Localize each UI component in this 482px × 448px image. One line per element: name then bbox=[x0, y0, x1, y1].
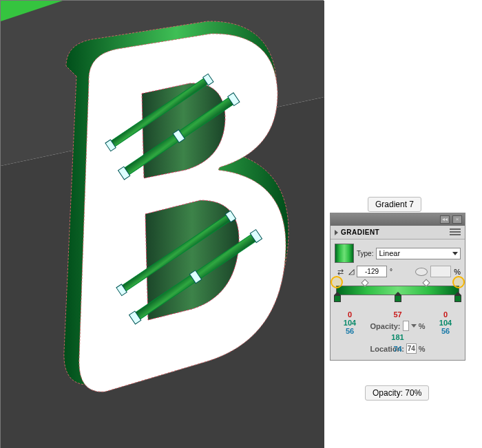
panel-close-button[interactable]: × bbox=[452, 215, 462, 224]
aspect-ratio-input[interactable] bbox=[430, 266, 451, 277]
gradient-stop-mid[interactable] bbox=[394, 295, 402, 304]
panel-title: GRADIENT bbox=[341, 228, 379, 236]
stop-mid-r: 57 bbox=[370, 310, 426, 319]
stop-right-b: 56 bbox=[432, 327, 459, 335]
opacity-dropdown-icon[interactable] bbox=[411, 324, 417, 328]
angle-input[interactable]: -129 bbox=[357, 266, 387, 277]
opacity-input[interactable] bbox=[403, 321, 409, 331]
gradient-stop-left[interactable] bbox=[333, 295, 342, 304]
stop-left-g: 104 bbox=[336, 319, 364, 327]
location-input[interactable]: 74 bbox=[406, 343, 417, 354]
degree-label: ° bbox=[390, 268, 392, 275]
opacity-midpoint[interactable] bbox=[361, 279, 369, 287]
aspect-ratio-icon bbox=[415, 268, 428, 276]
type-label: Type: bbox=[357, 250, 373, 257]
panel-tab[interactable]: GRADIENT bbox=[331, 226, 465, 239]
gradient-ramp[interactable] bbox=[336, 286, 459, 295]
type-select[interactable]: Linear bbox=[376, 248, 461, 259]
opacity-midpoint[interactable] bbox=[422, 279, 430, 287]
stop-right-g: 104 bbox=[432, 319, 459, 327]
opacity-callout: Opacity: 70% bbox=[365, 385, 429, 401]
angle-icon: ◿ bbox=[348, 267, 354, 276]
opacity-unit: % bbox=[419, 322, 426, 330]
type-value: Linear bbox=[379, 249, 400, 257]
panel-collapse-button[interactable]: ◂◂ bbox=[440, 215, 450, 224]
panel-header: ◂◂ × bbox=[331, 213, 465, 226]
gradient-panel: ◂◂ × GRADIENT Type: Linear ⇄ ◿ -129 ° % bbox=[330, 213, 465, 361]
location-unit: % bbox=[419, 345, 426, 353]
stop-left-r: 0 bbox=[336, 310, 364, 319]
artboard[interactable] bbox=[0, 0, 324, 448]
gradient-stop-right[interactable] bbox=[454, 295, 462, 304]
reverse-gradient-icon[interactable]: ⇄ bbox=[335, 266, 346, 277]
gradient-swatch[interactable] bbox=[335, 244, 354, 263]
stop-mid-g: 181 bbox=[370, 333, 426, 341]
stop-left-b: 56 bbox=[336, 327, 364, 335]
panel-menu-icon[interactable] bbox=[450, 228, 461, 237]
aspect-percent-label: % bbox=[454, 268, 461, 276]
opacity-field-label: Opacity: bbox=[370, 322, 401, 330]
disclosure-icon bbox=[335, 230, 338, 235]
step-label: Gradient 7 bbox=[368, 197, 421, 212]
chevron-down-icon bbox=[452, 252, 458, 255]
stop-right-r: 0 bbox=[432, 310, 459, 319]
